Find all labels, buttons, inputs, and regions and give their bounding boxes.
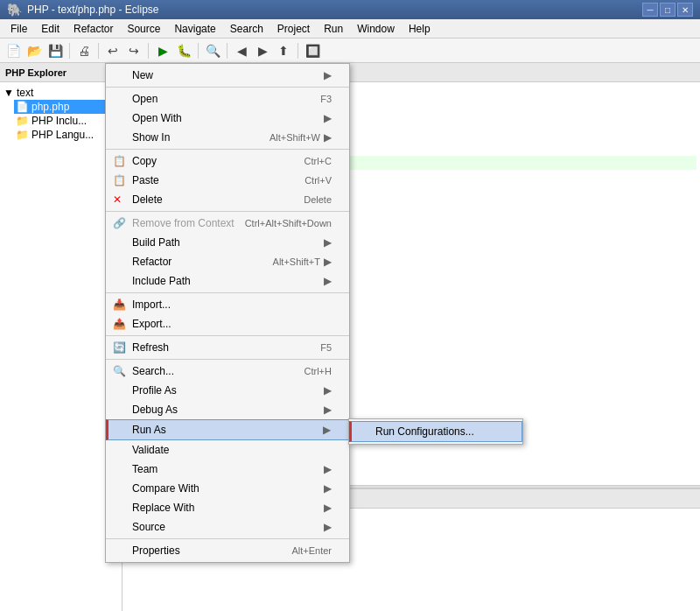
menu-project[interactable]: Project (270, 21, 317, 37)
cm-compare-with[interactable]: Compare With ▶ (106, 479, 349, 498)
toolbar-run[interactable]: ▶ (153, 41, 172, 60)
cm-sep2 (106, 149, 349, 150)
cm-export-label: Export... (132, 318, 172, 330)
menu-search[interactable]: Search (223, 21, 270, 37)
cm-properties-label: Properties (132, 544, 180, 557)
close-button[interactable]: ✕ (677, 3, 693, 17)
cm-show-in[interactable]: Show In Alt+Shift+W ▶ (106, 128, 349, 147)
php-explorer-header: PHP Explorer ✕ (0, 63, 122, 82)
cm-sep6 (106, 359, 349, 360)
toolbar-nav-back[interactable]: ◀ (232, 41, 251, 60)
cm-copy-label: Copy (132, 155, 157, 167)
refresh-icon: 🔄 (113, 341, 126, 354)
toolbar-save[interactable]: 💾 (46, 41, 65, 60)
folder-expand-icon: ▼ (4, 87, 14, 99)
toolbar-redo[interactable]: ↪ (124, 41, 144, 60)
toolbar-sep5 (227, 43, 228, 59)
menu-window[interactable]: Window (350, 21, 402, 37)
toolbar-sep6 (298, 43, 298, 59)
cm-search[interactable]: 🔍 Search... Ctrl+H (106, 362, 349, 381)
tree-item-label-language: PHP Langu... (32, 129, 94, 141)
cm-copy[interactable]: 📋 Copy Ctrl+C (106, 151, 349, 171)
export-icon: 📤 (113, 318, 126, 330)
cm-new[interactable]: New ▶ (106, 66, 349, 85)
cm-replace-with-label: Replace With (132, 502, 194, 514)
tree-item-label-include: PHP Inclu... (32, 115, 87, 127)
folder-icon-language: 📁 (16, 129, 29, 141)
toolbar-sep3 (148, 43, 149, 59)
cm-profile-as[interactable]: Profile As ▶ (106, 381, 349, 400)
cm-source-arrow: ▶ (324, 521, 332, 533)
tree-item-php-file[interactable]: 📄 php.php (14, 100, 120, 114)
cm-open[interactable]: Open F3 (106, 89, 349, 109)
menu-refactor[interactable]: Refactor (66, 21, 120, 37)
cm-sep5 (106, 335, 349, 336)
menu-run[interactable]: Run (317, 21, 350, 37)
toolbar-new[interactable]: 📄 (4, 41, 23, 60)
cm-compare-with-arrow: ▶ (324, 482, 332, 495)
tree-root-text[interactable]: ▼ text (2, 86, 120, 100)
cm-properties[interactable]: Properties Alt+Enter (106, 541, 349, 560)
cm-build-path[interactable]: Build Path ▶ (106, 233, 349, 252)
cm-debug-as[interactable]: Debug As ▶ (106, 400, 349, 419)
cm-refactor[interactable]: Refactor Alt+Shift+T ▶ (106, 252, 349, 271)
cm-paste-shortcut: Ctrl+V (304, 175, 332, 186)
cm-refresh-label: Refresh (132, 341, 169, 354)
menu-source[interactable]: Source (120, 21, 167, 37)
toolbar-sep1 (69, 43, 70, 59)
tree-item-php-include[interactable]: 📁 PHP Inclu... (14, 114, 120, 128)
php-explorer-title: PHP Explorer (5, 67, 66, 78)
cm-compare-with-label: Compare With (132, 482, 200, 495)
maximize-button[interactable]: □ (660, 3, 676, 17)
cm-team[interactable]: Team ▶ (106, 460, 349, 479)
cm-new-label: New (132, 69, 153, 81)
cm-profile-as-label: Profile As (132, 384, 177, 397)
toolbar-up[interactable]: ⬆ (274, 41, 293, 60)
cm-team-arrow: ▶ (324, 463, 332, 475)
cm-paste[interactable]: 📋 Paste Ctrl+V (106, 171, 349, 190)
cm-paste-label: Paste (132, 174, 159, 186)
cm-source[interactable]: Source ▶ (106, 517, 349, 537)
tree-item-label: php.php (32, 101, 69, 113)
toolbar-sep4 (198, 43, 199, 59)
cm-build-path-label: Build Path (132, 236, 180, 249)
menu-navigate[interactable]: Navigate (167, 21, 222, 37)
toolbar-open[interactable]: 📂 (24, 41, 44, 60)
cm-import[interactable]: 📥 Import... (106, 295, 349, 314)
context-menu-overlay: New ▶ Open F3 Open With ▶ Show In Alt+Sh… (105, 63, 350, 563)
menu-edit[interactable]: Edit (34, 21, 66, 37)
cm-open-with[interactable]: Open With ▶ (106, 109, 349, 128)
title-bar: 🐘 PHP - text/php.php - Eclipse ─ □ ✕ (0, 0, 700, 19)
toolbar-nav-fwd[interactable]: ▶ (253, 41, 272, 60)
project-tree: ▼ text 📄 php.php 📁 PHP Inclu... 📁 PHP La… (0, 82, 122, 611)
cm-export[interactable]: 📤 Export... (106, 314, 349, 334)
cm-search-shortcut: Ctrl+H (304, 366, 332, 376)
cm-validate-label: Validate (132, 444, 169, 456)
menu-file[interactable]: File (4, 21, 34, 37)
cm-run-configurations[interactable]: Run Configurations... (349, 421, 522, 442)
paste-icon: 📋 (113, 174, 126, 186)
app-icon: 🐘 (7, 3, 22, 17)
toolbar-print[interactable]: 🖨 (74, 41, 94, 60)
cm-properties-shortcut: Alt+Enter (291, 545, 332, 556)
minimize-button[interactable]: ─ (642, 3, 658, 17)
cm-refresh[interactable]: 🔄 Refresh F5 (106, 338, 349, 357)
cm-profile-as-arrow: ▶ (324, 384, 332, 397)
cm-debug-as-arrow: ▶ (324, 404, 332, 416)
cm-validate[interactable]: Validate (106, 440, 349, 460)
cm-search-label: Search... (132, 365, 174, 377)
toolbar-search[interactable]: 🔍 (203, 41, 222, 60)
toolbar-debug[interactable]: 🐛 (174, 41, 193, 60)
toolbar-undo[interactable]: ↩ (103, 41, 122, 60)
cm-delete[interactable]: ✕ Delete Delete (106, 190, 349, 209)
menu-help[interactable]: Help (402, 21, 438, 37)
window-controls: ─ □ ✕ (642, 3, 693, 17)
toolbar-perspective[interactable]: 🔲 (303, 41, 322, 60)
cm-include-path[interactable]: Include Path ▶ (106, 271, 349, 291)
cm-run-as[interactable]: Run As ▶ Run Configurations... (106, 419, 349, 440)
cm-open-with-arrow: ▶ (324, 112, 332, 124)
cm-include-path-arrow: ▶ (324, 275, 332, 287)
tree-item-php-language[interactable]: 📁 PHP Langu... (14, 128, 120, 142)
cm-replace-with[interactable]: Replace With ▶ (106, 498, 349, 517)
cm-sep3 (106, 211, 349, 212)
